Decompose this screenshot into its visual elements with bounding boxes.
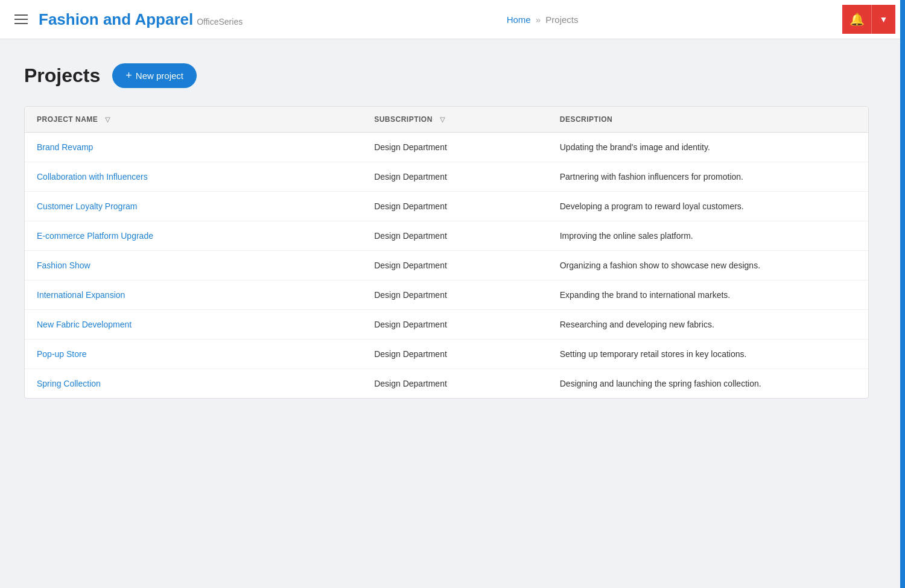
filter-icon-name[interactable]: ▽ [105, 116, 110, 123]
account-dropdown-button[interactable]: ▼ [871, 5, 895, 34]
project-link[interactable]: New Fabric Development [37, 320, 132, 329]
table-row: Brand Revamp Design Department Updating … [25, 133, 868, 162]
logo-title: Fashion and Apparel [39, 10, 193, 29]
hamburger-menu[interactable] [10, 10, 33, 29]
project-link[interactable]: Spring Collection [37, 379, 101, 388]
table-row: Collaboration with Influencers Design De… [25, 162, 868, 192]
table-body: Brand Revamp Design Department Updating … [25, 133, 868, 399]
cell-description: Updating the brand's image and identity. [548, 133, 868, 162]
app-logo: Fashion and Apparel OfficeSeries [39, 10, 243, 29]
table-header-row: PROJECT NAME ▽ SUBSCRIPTION ▽ DESCRIPTIO… [25, 107, 868, 133]
cell-project-name: International Expansion [25, 280, 362, 310]
cell-subscription: Design Department [362, 310, 548, 340]
project-link[interactable]: Fashion Show [37, 261, 91, 270]
table-row: E-commerce Platform Upgrade Design Depar… [25, 221, 868, 251]
breadcrumb-home[interactable]: Home [507, 14, 531, 25]
cell-subscription: Design Department [362, 340, 548, 369]
project-link[interactable]: Customer Loyalty Program [37, 201, 138, 211]
cell-description: Designing and launching the spring fashi… [548, 369, 868, 399]
col-header-subscription: SUBSCRIPTION ▽ [362, 107, 548, 133]
filter-icon-subscription[interactable]: ▽ [440, 116, 445, 123]
cell-project-name: Fashion Show [25, 251, 362, 280]
breadcrumb-current: Projects [545, 14, 578, 25]
main-content: Projects + New project PROJECT NAME ▽ SU… [0, 39, 905, 423]
table-row: New Fabric Development Design Department… [25, 310, 868, 340]
cell-project-name: New Fabric Development [25, 310, 362, 340]
cell-description: Improving the online sales platform. [548, 221, 868, 251]
notification-button[interactable]: 🔔 [842, 5, 871, 34]
page-title: Projects [24, 65, 100, 87]
table-row: Fashion Show Design Department Organizin… [25, 251, 868, 280]
col-header-name: PROJECT NAME ▽ [25, 107, 362, 133]
projects-table-container: PROJECT NAME ▽ SUBSCRIPTION ▽ DESCRIPTIO… [24, 106, 869, 399]
header-nav: Home » Projects [243, 14, 842, 25]
project-link[interactable]: International Expansion [37, 290, 125, 300]
breadcrumb: Home » Projects [507, 14, 579, 25]
col-header-description: DESCRIPTION [548, 107, 868, 133]
plus-icon: + [125, 69, 132, 82]
cell-project-name: Customer Loyalty Program [25, 192, 362, 221]
project-link[interactable]: Pop-up Store [37, 349, 87, 359]
cell-subscription: Design Department [362, 133, 548, 162]
cell-description: Expanding the brand to international mar… [548, 280, 868, 310]
bell-icon: 🔔 [849, 12, 865, 27]
chevron-down-icon: ▼ [880, 14, 888, 24]
cell-subscription: Design Department [362, 251, 548, 280]
cell-description: Developing a program to reward loyal cus… [548, 192, 868, 221]
new-project-label: New project [136, 71, 183, 81]
breadcrumb-separator: » [536, 14, 541, 25]
table-row: Pop-up Store Design Department Setting u… [25, 340, 868, 369]
cell-description: Researching and developing new fabrics. [548, 310, 868, 340]
cell-project-name: E-commerce Platform Upgrade [25, 221, 362, 251]
cell-description: Partnering with fashion influencers for … [548, 162, 868, 192]
header-actions: 🔔 ▼ [842, 5, 895, 34]
cell-project-name: Brand Revamp [25, 133, 362, 162]
cell-project-name: Collaboration with Influencers [25, 162, 362, 192]
scrollbar-accent [900, 0, 905, 588]
table-row: Spring Collection Design Department Desi… [25, 369, 868, 399]
project-link[interactable]: Collaboration with Influencers [37, 172, 148, 182]
app-header: Fashion and Apparel OfficeSeries Home » … [0, 0, 905, 39]
projects-table: PROJECT NAME ▽ SUBSCRIPTION ▽ DESCRIPTIO… [25, 107, 868, 398]
cell-subscription: Design Department [362, 162, 548, 192]
cell-project-name: Spring Collection [25, 369, 362, 399]
table-row: International Expansion Design Departmen… [25, 280, 868, 310]
new-project-button[interactable]: + New project [112, 63, 197, 88]
logo-series: OfficeSeries [197, 17, 243, 27]
cell-subscription: Design Department [362, 280, 548, 310]
cell-description: Setting up temporary retail stores in ke… [548, 340, 868, 369]
page-header: Projects + New project [24, 63, 869, 88]
cell-subscription: Design Department [362, 221, 548, 251]
project-link[interactable]: E-commerce Platform Upgrade [37, 231, 153, 241]
cell-subscription: Design Department [362, 192, 548, 221]
cell-description: Organizing a fashion show to showcase ne… [548, 251, 868, 280]
table-row: Customer Loyalty Program Design Departme… [25, 192, 868, 221]
cell-project-name: Pop-up Store [25, 340, 362, 369]
cell-subscription: Design Department [362, 369, 548, 399]
project-link[interactable]: Brand Revamp [37, 142, 93, 152]
